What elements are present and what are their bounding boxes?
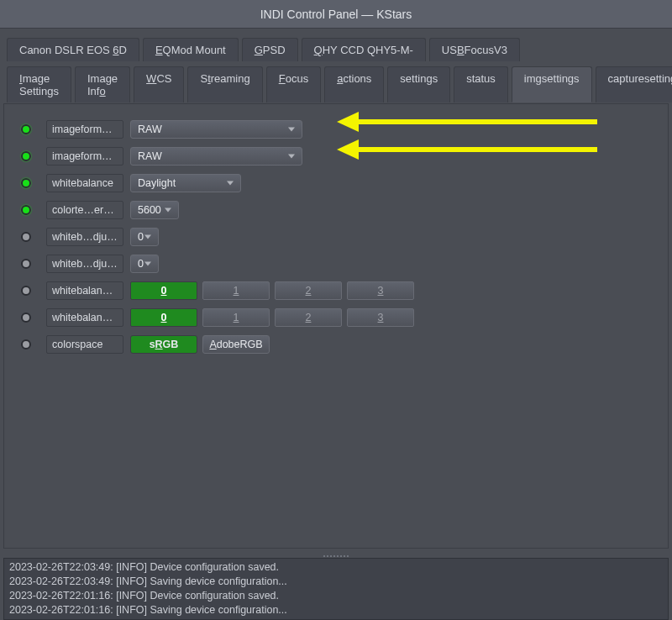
sub-tab-7[interactable]: status — [454, 66, 508, 102]
colorspace-adobergb-button[interactable]: AdobeRGB — [202, 335, 270, 354]
device-tab-4[interactable]: USBFocusV3 — [429, 38, 520, 61]
value-dropdown[interactable]: RAW — [130, 120, 302, 139]
property-label: imageformatcf — [46, 147, 123, 166]
property-label: whitebalancexb — [46, 308, 123, 327]
status-led — [21, 151, 31, 161]
value-dropdown[interactable]: 0 — [130, 228, 159, 246]
status-led — [21, 313, 31, 323]
status-led — [21, 232, 31, 242]
status-led — [21, 339, 31, 349]
status-led — [21, 205, 31, 215]
annotation-arrow — [337, 114, 597, 129]
value-button[interactable]: 3 — [347, 281, 414, 300]
sub-tab-5[interactable]: actions — [324, 66, 384, 102]
sub-tabs: Image SettingsImage InfoWCSStreamingFocu… — [3, 66, 669, 102]
property-label: whitebalance — [46, 174, 123, 192]
value-dropdown[interactable]: Daylight — [130, 174, 241, 192]
status-led — [21, 178, 31, 188]
log-line: 2023-02-26T22:01:16: [INFO] Device confi… — [9, 589, 663, 603]
window-title: INDI Control Panel — KStars — [260, 8, 412, 21]
device-tabs: Canon DSLR EOS 6DEQMod MountGPSDQHY CCD … — [3, 37, 669, 60]
sub-tab-2[interactable]: WCS — [134, 66, 184, 102]
log-line: 2023-02-26T22:03:49: [INFO] Device confi… — [9, 560, 663, 575]
device-tab-0[interactable]: Canon DSLR EOS 6D — [7, 38, 139, 61]
sub-tab-1[interactable]: Image Info — [75, 66, 130, 102]
property-label: whiteb…djustb — [46, 255, 123, 273]
device-tab-3[interactable]: QHY CCD QHY5-M- — [302, 38, 426, 61]
log-panel: 2023-02-26T22:03:49: [INFO] Device confi… — [3, 558, 669, 620]
property-label: whiteb…djusta — [46, 228, 123, 246]
log-line: 2023-02-26T22:01:16: [INFO] Saving devic… — [9, 603, 663, 617]
status-led — [21, 286, 31, 296]
status-led — [21, 259, 31, 269]
value-button[interactable]: 1 — [202, 308, 270, 327]
device-tab-2[interactable]: GPSD — [242, 38, 298, 61]
property-label: colorspace — [46, 335, 123, 354]
annotation-arrow — [337, 142, 597, 157]
sub-tab-8[interactable]: imgsettings — [512, 66, 592, 102]
value-dropdown[interactable]: RAW — [130, 147, 302, 166]
value-button-active[interactable]: 0 — [130, 308, 197, 327]
sub-tab-6[interactable]: settings — [387, 66, 450, 102]
value-button-active[interactable]: 0 — [130, 281, 197, 300]
device-tab-1[interactable]: EQMod Mount — [143, 38, 239, 61]
colorspace-srgb-button[interactable]: sRGB — [130, 335, 197, 354]
value-button[interactable]: 1 — [202, 281, 270, 300]
value-button[interactable]: 2 — [275, 308, 342, 327]
property-label: colorte…erature — [46, 201, 123, 219]
sub-tab-9[interactable]: capturesettings — [596, 66, 672, 102]
settings-panel: imageformatsdRAWimageformatcfRAWwhitebal… — [3, 103, 669, 549]
sub-tab-0[interactable]: Image Settings — [7, 66, 71, 102]
property-label: whitebalancexa — [46, 281, 123, 300]
sub-tab-3[interactable]: Streaming — [187, 66, 262, 102]
log-line: 2023-02-26T22:03:49: [INFO] Saving devic… — [9, 575, 663, 589]
value-dropdown[interactable]: 5600 — [130, 201, 179, 219]
value-button[interactable]: 3 — [347, 308, 414, 327]
sub-tab-4[interactable]: Focus — [266, 66, 321, 102]
property-label: imageformatsd — [46, 120, 123, 139]
value-button[interactable]: 2 — [275, 281, 342, 300]
value-dropdown[interactable]: 0 — [130, 255, 159, 273]
status-led — [21, 124, 31, 134]
window-titlebar: INDI Control Panel — KStars — [0, 0, 672, 29]
